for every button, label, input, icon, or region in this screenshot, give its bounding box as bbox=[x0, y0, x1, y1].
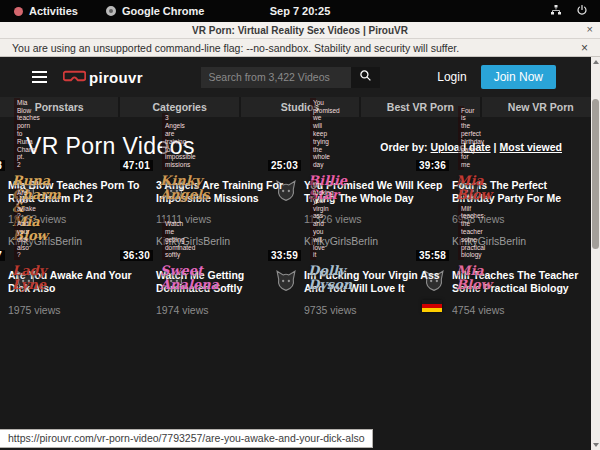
browser-tab[interactable]: VR Porn: Virtual Reality Sex Videos | Pi… bbox=[0, 22, 600, 39]
video-studio-link[interactable]: KinkyGirlsBerlin bbox=[304, 235, 444, 247]
search-group bbox=[201, 67, 380, 88]
network-icon[interactable] bbox=[550, 4, 562, 18]
order-by-label: Order by: bbox=[380, 141, 427, 153]
screen: Activities Google Chrome Sep 7 20:25 VR … bbox=[0, 0, 600, 450]
page-scrollbar[interactable] bbox=[591, 57, 600, 450]
status-url-bubble: https://pirouvr.com/vr-porn-video/779325… bbox=[0, 429, 373, 448]
page-viewport: pirouvr Login Join Now Pornstars Categor… bbox=[0, 57, 600, 450]
join-now-button[interactable]: Join Now bbox=[481, 65, 556, 89]
search-button[interactable] bbox=[351, 67, 380, 88]
page-head: VR Porn Videos Order by: Upload date|Mos… bbox=[0, 117, 600, 166]
login-link[interactable]: Login bbox=[437, 70, 466, 84]
infobar-close-icon[interactable]: × bbox=[581, 41, 588, 55]
chrome-icon bbox=[106, 6, 116, 16]
scrollbar-thumb[interactable] bbox=[592, 99, 599, 249]
infobar: You are using an unsupported command-lin… bbox=[0, 39, 600, 57]
video-views: 1974 views bbox=[156, 304, 296, 316]
video-views: 11326 views bbox=[304, 213, 444, 225]
search-input[interactable] bbox=[201, 67, 351, 88]
scrollbar-down-arrow-icon[interactable] bbox=[591, 440, 600, 450]
site-logo-text: pirouvr bbox=[89, 69, 143, 86]
site-header: pirouvr Login Join Now bbox=[0, 57, 600, 97]
clock[interactable]: Sep 7 20:25 bbox=[0, 5, 600, 17]
video-card: Lady Lyne Are you awake ? And your dick … bbox=[8, 264, 148, 315]
scrollbar-up-arrow-icon[interactable] bbox=[591, 57, 600, 67]
system-bar: Activities Google Chrome Sep 7 20:25 bbox=[0, 0, 600, 22]
video-grid: Runa Charm & Mia Blow Mia Blow teaches p… bbox=[0, 166, 600, 316]
video-card: Mia Blow Milf teaches the teacher some p… bbox=[452, 264, 592, 315]
infobar-message: You are using an unsupported command-lin… bbox=[12, 42, 459, 54]
search-icon bbox=[359, 69, 372, 85]
main-nav: Pornstars Categories Studios Best VR Por… bbox=[0, 97, 600, 117]
video-views: 4754 views bbox=[452, 304, 592, 316]
vr-goggles-icon bbox=[63, 68, 86, 86]
order-by-separator: | bbox=[494, 141, 497, 153]
site-logo[interactable]: pirouvr bbox=[63, 68, 143, 86]
nav-item-categories[interactable]: Categories bbox=[118, 97, 238, 117]
nav-item-new-vr-porn[interactable]: New VR Porn bbox=[480, 97, 600, 117]
tab-title: VR Porn: Virtual Reality Sex Videos | Pi… bbox=[192, 25, 408, 36]
tab-close-icon[interactable]: × bbox=[587, 23, 593, 35]
power-icon[interactable] bbox=[576, 4, 588, 18]
active-app-indicator[interactable]: Google Chrome bbox=[106, 5, 205, 17]
recording-indicator-icon bbox=[14, 7, 23, 16]
video-views: 1975 views bbox=[8, 304, 148, 316]
hamburger-menu-icon[interactable] bbox=[32, 71, 47, 83]
active-app-label: Google Chrome bbox=[122, 5, 205, 17]
activities-button[interactable]: Activities bbox=[29, 5, 78, 17]
order-by-most-viewed-link[interactable]: Most viewed bbox=[500, 141, 562, 153]
nav-item-studios[interactable]: Studios bbox=[239, 97, 359, 117]
